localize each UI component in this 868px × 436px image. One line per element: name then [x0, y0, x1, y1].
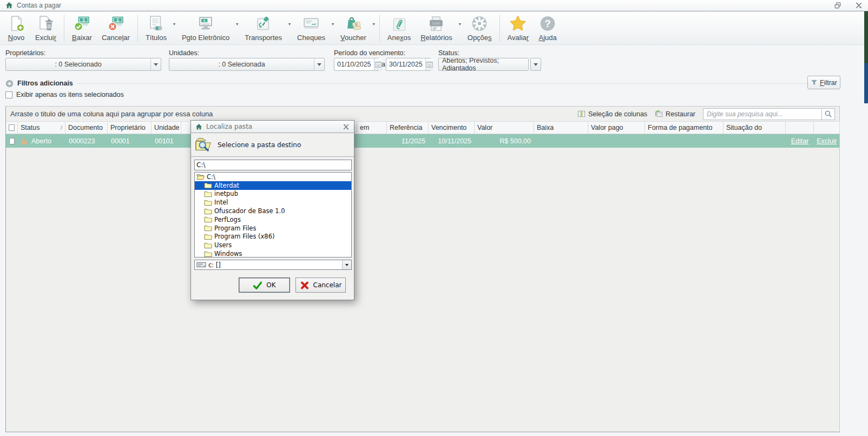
- toolbar-button-opcoes[interactable]: Opções: [463, 12, 497, 44]
- excluir-link[interactable]: Excluir: [817, 137, 837, 145]
- restore-icon[interactable]: [834, 2, 841, 9]
- dialog-title-bar[interactable]: Localiza pasta: [191, 121, 354, 133]
- exibir-selecionados-row: Exibir apenas os itens selecionados: [5, 91, 124, 98]
- folder-item-inetpub[interactable]: inetpub: [195, 190, 351, 199]
- restore-layout-button[interactable]: Restaurar: [655, 110, 695, 118]
- column-header-vencimento[interactable]: Vencimento: [429, 122, 475, 134]
- unidades-combo[interactable]: : 0 Selecionada: [169, 58, 325, 71]
- grid-data-row[interactable]: Aberto0000223000010010111/202510/11/2025…: [6, 134, 839, 148]
- toolbar-dropdown-cheques[interactable]: ▾: [330, 12, 336, 44]
- drive-dropdown-arrow[interactable]: [342, 260, 351, 269]
- folder-item-intel[interactable]: Intel: [195, 198, 351, 207]
- column-header-referencia[interactable]: Referência: [387, 122, 429, 134]
- filtrar-button[interactable]: Filtrar: [807, 76, 840, 89]
- status-combo[interactable]: Abertos; Previstos; Adiantados: [438, 58, 529, 71]
- column-header-proprietario[interactable]: Proprietário: [108, 122, 152, 134]
- folder-item-program-files[interactable]: Program Files: [195, 224, 351, 233]
- column-header-documento[interactable]: Documento: [65, 122, 108, 134]
- column-header-label: Proprietário: [110, 124, 146, 131]
- dialog-close-icon[interactable]: [343, 123, 350, 130]
- select-all-checkbox[interactable]: [9, 124, 15, 131]
- folder-item-users[interactable]: Users: [195, 241, 351, 249]
- ok-button[interactable]: OK: [239, 278, 290, 293]
- column-header-forma_pagamento[interactable]: Forma de pagamento: [645, 122, 724, 134]
- folder-item-windows[interactable]: Windows: [195, 249, 351, 257]
- toolbar-dropdown-pgto-eletronico[interactable]: ▾: [234, 12, 240, 44]
- path-input[interactable]: [194, 160, 352, 170]
- search-button[interactable]: [822, 108, 835, 120]
- column-header-em[interactable]: em: [357, 122, 387, 134]
- toolbar-dropdown-transportes[interactable]: ▾: [287, 12, 292, 44]
- column-header-valor_pago[interactable]: Valor pago: [588, 122, 645, 134]
- column-chooser-button[interactable]: Seleção de colunas: [577, 110, 647, 118]
- editar-link[interactable]: Editar: [791, 137, 809, 145]
- toolbar-dropdown-relatorios[interactable]: ▾: [457, 12, 463, 44]
- folder-icon: [204, 199, 212, 206]
- column-header-select[interactable]: [6, 122, 18, 134]
- toolbar-button-baixar[interactable]: $Baixar: [67, 12, 97, 44]
- exibir-selecionados-checkbox[interactable]: [5, 91, 12, 98]
- folder-item-alterdat[interactable]: Alterdat: [195, 181, 351, 190]
- column-header-unidade[interactable]: Unidade: [152, 122, 181, 134]
- periodo-to-calendar-button[interactable]: [425, 58, 433, 70]
- toolbar-label-baixar: Baixar: [72, 34, 92, 42]
- toolbar-button-pgto-eletronico[interactable]: $Pgto Eletrônico: [177, 12, 234, 44]
- cell-select[interactable]: [6, 134, 18, 148]
- filtros-adicionais-label[interactable]: Filtros adicionais: [17, 80, 73, 87]
- toolbar-label-cancelar: Cancelar: [102, 34, 130, 42]
- folder-item-ofuscador-de-base-1-0[interactable]: Ofuscador de Base 1.0: [195, 207, 351, 215]
- status-dropdown-button[interactable]: [530, 58, 541, 71]
- periodo-from-input[interactable]: 01/10/2025: [334, 58, 379, 71]
- toolbar-dropdown-voucher[interactable]: ▾: [371, 12, 377, 44]
- cell-editar[interactable]: Editar: [786, 134, 814, 148]
- docked-panel-strip-green: [864, 11, 868, 63]
- periodo-to-input[interactable]: 30/11/2025: [386, 58, 431, 71]
- toolbar-button-voucher[interactable]: $Voucher: [336, 12, 371, 44]
- close-icon[interactable]: [855, 2, 863, 9]
- folder-item-c[interactable]: C:\: [195, 173, 351, 181]
- toolbar-button-relatorios[interactable]: Relatórios: [416, 12, 457, 44]
- cancel-button[interactable]: Cancelar: [295, 278, 346, 293]
- toolbar-button-titulos[interactable]: Títulos: [141, 12, 172, 44]
- toolbar-dropdown-titulos[interactable]: ▾: [172, 12, 177, 44]
- toolbar-button-ajuda[interactable]: ?Ajuda: [534, 12, 562, 44]
- periodo-to-value: 30/11/2025: [386, 58, 425, 70]
- docked-panel-strip-blue: [864, 63, 868, 103]
- toolbar-button-transportes[interactable]: Transportes: [240, 12, 287, 44]
- proprietarios-dropdown-arrow[interactable]: [150, 58, 161, 70]
- folder-name: Program Files: [214, 224, 256, 232]
- toolbar-button-novo[interactable]: Novo: [2, 12, 30, 44]
- toolbar-label-titulos: Títulos: [146, 34, 167, 42]
- unidades-dropdown-arrow[interactable]: [314, 58, 324, 70]
- toolbar-button-anexos[interactable]: Anexos: [383, 12, 416, 44]
- row-checkbox[interactable]: [9, 138, 15, 144]
- transport-icon: [254, 15, 273, 32]
- folder-item-program-files-x86[interactable]: Program Files (x86): [195, 233, 351, 241]
- folder-icon: [204, 208, 212, 215]
- folderopen-icon: [196, 173, 205, 180]
- periodo-from-calendar-button[interactable]: [374, 58, 382, 70]
- column-header-status[interactable]: Status/: [18, 122, 65, 134]
- folder-name: Windows: [214, 250, 242, 257]
- proprietarios-value: : 0 Selecionado: [6, 58, 150, 70]
- column-header-label: Documento: [68, 124, 103, 131]
- folder-item-perflogs[interactable]: PerfLogs: [195, 215, 351, 224]
- cell-forma_pagamento: [645, 134, 724, 148]
- proprietarios-combo[interactable]: : 0 Selecionado: [5, 58, 161, 71]
- toolbar-button-avaliar[interactable]: Avaliar: [503, 12, 534, 44]
- drive-combo[interactable]: c: []: [194, 260, 352, 270]
- column-header-excluir[interactable]: [814, 122, 840, 134]
- toolbar-button-cheques[interactable]: Cheques: [292, 12, 330, 44]
- grid-search: [703, 108, 835, 120]
- column-header-label: Valor: [477, 124, 492, 131]
- column-header-editar[interactable]: [786, 122, 814, 134]
- toolbar-button-excluir[interactable]: Excluir: [30, 12, 61, 44]
- cell-excluir[interactable]: Excluir: [814, 134, 840, 148]
- home-icon: [195, 123, 202, 130]
- toolbar-button-cancelar[interactable]: $Cancelar: [97, 12, 135, 44]
- column-header-baixa[interactable]: Baixa: [534, 122, 588, 134]
- search-input[interactable]: [703, 108, 822, 120]
- expand-plus-icon[interactable]: [5, 80, 14, 88]
- column-header-valor[interactable]: Valor: [475, 122, 534, 134]
- column-header-situacao[interactable]: Situação do: [724, 122, 786, 134]
